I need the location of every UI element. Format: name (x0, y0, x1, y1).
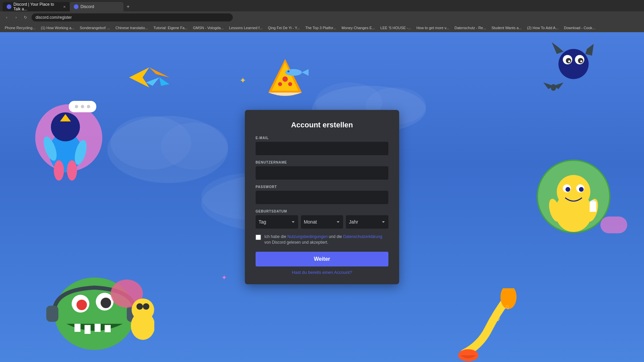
bookmark-3[interactable]: Chinese translatio... (113, 25, 150, 31)
new-tab-button[interactable]: + (123, 2, 133, 11)
username-label: BENUTZERNAME (256, 161, 388, 164)
bookmark-8[interactable]: The Top 3 Platfor... (303, 25, 338, 31)
bookmark-10[interactable]: LEE 'S HOUSE -... (378, 25, 413, 31)
bookmark-6[interactable]: Lessons Learned f... (227, 25, 265, 31)
password-input[interactable] (256, 191, 388, 204)
reload-button[interactable]: ↻ (22, 14, 29, 21)
birthdate-group: GEBURTSDATUM Tag123456789101112131415161… (256, 209, 388, 229)
day-select[interactable]: Tag1234567891011121314151617181920212223… (256, 215, 298, 229)
terms-label: Ich habe die Nutzungsbedingungen und die… (264, 234, 388, 245)
tab-favicon-discord (7, 4, 11, 9)
email-group: E-MAIL (256, 136, 388, 155)
bookmark-12[interactable]: Datenschutz - Re... (452, 25, 488, 31)
bookmark-5[interactable]: GMSN - Vologda... (191, 25, 226, 31)
bookmarks-bar: Phone Recycling... (1) How Working a... … (0, 23, 644, 32)
forward-button[interactable]: › (13, 14, 19, 21)
password-group: PASSWORT (256, 185, 388, 204)
bookmark-9[interactable]: Money Changes E... (339, 25, 377, 31)
submit-button[interactable]: Weiter (256, 252, 388, 266)
username-group: BENUTZERNAME (256, 161, 388, 180)
bookmark-4[interactable]: Tutorial: Eigene Fa... (152, 25, 190, 31)
bookmark-0[interactable]: Phone Recycling... (3, 25, 38, 31)
tab-label-discord: Discord (80, 4, 94, 9)
tab-discord[interactable]: Discord (70, 2, 123, 11)
bookmark-7[interactable]: Qing Fei De Yi - Y... (266, 25, 302, 31)
terms-link[interactable]: Nutzungsbedingungen (287, 234, 328, 239)
tab-label-register: Discord | Your Place to Talk a... (13, 2, 61, 11)
email-input[interactable] (256, 142, 388, 155)
birthdate-label: GEBURTSDATUM (256, 209, 388, 213)
month-select[interactable]: MonatJanuarFebruarMärzAprilMaiJuniJuliAu… (301, 215, 343, 229)
birthdate-row: Tag1234567891011121314151617181920212223… (256, 215, 388, 229)
username-input[interactable] (256, 166, 388, 180)
terms-row: Ich habe die Nutzungsbedingungen und die… (256, 234, 388, 245)
back-button[interactable]: ‹ (3, 14, 10, 21)
bookmark-13[interactable]: Student Wants a... (489, 25, 524, 31)
bookmark-14[interactable]: (2) How To Add A... (525, 25, 560, 31)
bookmark-11[interactable]: How to get more v... (414, 25, 451, 31)
terms-checkbox[interactable] (256, 235, 261, 240)
register-modal: Account erstellen E-MAIL BENUTZERNAME PA… (245, 110, 399, 285)
bookmark-2[interactable]: Sonderangebot! ... (78, 25, 112, 31)
browser-chrome: Discord | Your Place to Talk a... ✕ Disc… (0, 0, 644, 23)
tab-discord-register[interactable]: Discord | Your Place to Talk a... ✕ (3, 2, 70, 11)
modal-overlay: Account erstellen E-MAIL BENUTZERNAME PA… (0, 32, 644, 362)
privacy-link[interactable]: Datenschutzerklärung (343, 234, 382, 239)
tab-favicon-discord2 (74, 4, 78, 9)
login-link[interactable]: Hast du bereits einen Account? (256, 270, 388, 275)
bookmark-1[interactable]: (1) How Working a... (39, 25, 76, 31)
tab-close-register[interactable]: ✕ (63, 5, 66, 9)
url-display: discord.com/register (36, 15, 72, 20)
year-select[interactable]: Jahr2024202320222010200019901980 (346, 215, 388, 229)
email-label: E-MAIL (256, 136, 388, 140)
address-bar-row: ‹ › ↻ discord.com/register (0, 11, 644, 23)
modal-title: Account erstellen (256, 121, 388, 129)
password-label: PASSWORT (256, 185, 388, 189)
address-bar[interactable]: discord.com/register (32, 13, 233, 21)
bookmark-15[interactable]: Download - Cook... (562, 25, 597, 31)
page-content: ✦ ✦ ✦ (0, 32, 644, 362)
tab-bar: Discord | Your Place to Talk a... ✕ Disc… (0, 0, 644, 11)
